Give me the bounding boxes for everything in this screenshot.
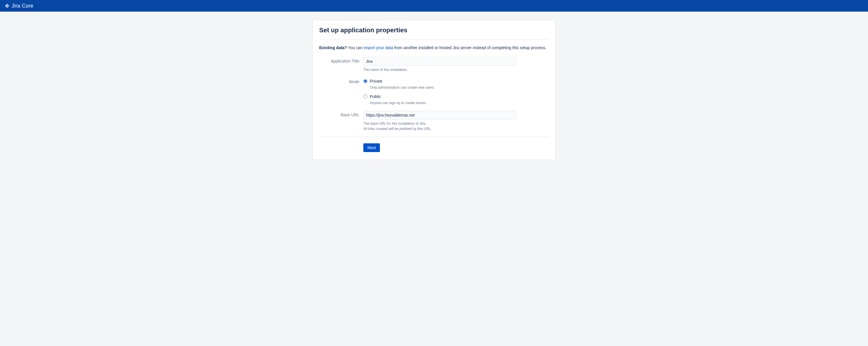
mode-row: Mode Private Only administrators can cre… xyxy=(319,77,549,105)
jira-core-icon xyxy=(5,3,10,8)
mode-public-help: Anyone can sign up to create issues. xyxy=(370,101,516,105)
intro-bold: Existing data? xyxy=(319,45,347,50)
mode-public-label[interactable]: Public xyxy=(370,94,381,99)
app-title-field: The name of this installation. xyxy=(363,57,516,72)
app-title-input[interactable] xyxy=(363,57,516,66)
base-url-field: The base URL for this installation of Ji… xyxy=(363,111,516,132)
app-title-label: Application Title xyxy=(319,57,363,63)
mode-public-radio[interactable] xyxy=(363,94,367,99)
mode-label: Mode xyxy=(319,77,363,84)
mode-field: Private Only administrators can create n… xyxy=(363,77,516,105)
import-data-link[interactable]: import your data xyxy=(364,45,393,50)
mode-public-option: Public xyxy=(363,94,516,99)
intro-text: Existing data? You can import your data … xyxy=(319,45,549,51)
next-button[interactable]: Next xyxy=(363,143,380,152)
base-url-label: Base URL xyxy=(319,111,363,117)
intro-before-link: You can xyxy=(347,45,364,50)
mode-private-help: Only administrators can create new users… xyxy=(370,85,516,90)
setup-card: Set up application properties Existing d… xyxy=(312,20,556,160)
mode-private-option: Private xyxy=(363,79,516,84)
mode-private-radio[interactable] xyxy=(363,79,367,83)
base-url-input[interactable] xyxy=(363,111,516,120)
product-logo: Jira Core xyxy=(5,3,33,9)
app-title-row: Application Title The name of this insta… xyxy=(319,57,549,72)
page-title: Set up application properties xyxy=(319,27,549,34)
button-row: Next xyxy=(363,143,549,152)
base-url-help1: The base URL for this installation of Ji… xyxy=(363,121,516,126)
base-url-help2: All links created will be prefixed by th… xyxy=(363,126,516,131)
intro-after-link: from another installed or hosted Jira se… xyxy=(393,45,546,50)
top-header: Jira Core xyxy=(0,0,868,12)
app-title-help: The name of this installation. xyxy=(363,67,516,72)
mode-private-label[interactable]: Private xyxy=(370,79,382,84)
product-name: Jira Core xyxy=(12,3,33,9)
base-url-row: Base URL The base URL for this installat… xyxy=(319,111,549,132)
